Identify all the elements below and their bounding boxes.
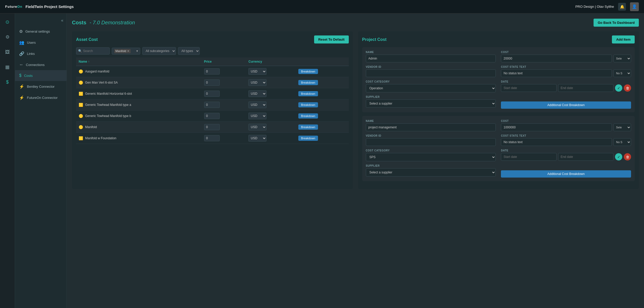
asset-cost-panel: Asset Cost Reset To Default 🔍 Manifold ✕ — [72, 31, 353, 189]
avatar[interactable]: 👤 — [630, 2, 639, 11]
supplier-label-1: SUPPLIER — [366, 164, 496, 167]
price-input-1[interactable] — [204, 79, 220, 86]
name-field-group-1: NAME — [366, 120, 496, 131]
price-input-6[interactable] — [204, 135, 220, 141]
sidebar-item-users[interactable]: 👥 Users — [15, 37, 66, 48]
price-input-4[interactable] — [204, 113, 220, 119]
supplier-select-0[interactable]: Select a supplier — [366, 99, 496, 108]
sidebar-item-bentley-connector[interactable]: ⚡ Bentley Connector — [15, 81, 66, 92]
sidebar-item-label: Connections — [26, 63, 45, 67]
sidebar-item-links[interactable]: 🔗 Links — [15, 48, 66, 59]
asset-name-cell: 🟡 Manifold — [76, 122, 202, 133]
vendor-input-0[interactable] — [366, 69, 496, 77]
subcategory-filter[interactable]: All subcategories — [142, 47, 176, 55]
price-cell — [202, 111, 246, 122]
category-select-1[interactable]: SPS Operation SPS CAPEX — [366, 153, 496, 161]
date-label-1: DATE — [501, 149, 631, 152]
asset-name-cell: 🟡 Aasgard manifold — [76, 66, 202, 77]
currency-select-3[interactable]: USD EUR GBP — [248, 101, 267, 108]
users-icon: 👥 — [19, 40, 24, 45]
sidebar-item-costs[interactable]: $ Costs — [15, 70, 66, 81]
sidebar-item-label: General settings — [25, 30, 50, 33]
vendor-input-1[interactable] — [366, 138, 496, 146]
filter-tag: Manifold ✕ — [114, 49, 131, 53]
cost-state-select-1[interactable]: No S — [613, 138, 631, 146]
sidebar-item-futureon-connector[interactable]: ⚡ FutureOn Connector — [15, 92, 66, 103]
category-select-0[interactable]: Operation Operation SPS CAPEX — [366, 84, 496, 92]
tag-remove-icon[interactable]: ✕ — [127, 49, 129, 53]
price-input-3[interactable] — [204, 102, 220, 108]
breakdown-button-2[interactable]: Breakdown — [298, 91, 318, 96]
date-field-group-1: DATE ✓ 🗑 — [501, 149, 631, 161]
sidebar-icon-settings[interactable]: ⚙ — [3, 33, 12, 41]
cost-input-1[interactable] — [501, 123, 612, 131]
asset-name-cell: 🟨 Generic Towhead Manifold type a — [76, 99, 202, 111]
breakdown-button-4[interactable]: Breakdown — [298, 113, 318, 119]
end-date-input-1[interactable] — [558, 153, 613, 161]
connections-icon: ↔ — [19, 62, 23, 67]
cost-state-label-0: COST STATE TEXT — [501, 65, 631, 68]
cost-state-input-1[interactable] — [501, 138, 612, 146]
sidebar-icon-image[interactable]: 🖼 — [3, 48, 12, 56]
main-layout: ⊙ ⚙ 🖼 ▦ $ « ⚙ General settings 👥 Users 🔗… — [0, 13, 644, 308]
asset-icon-6: 🟨 — [79, 136, 83, 140]
currency-select-2[interactable]: USD EUR GBP — [248, 90, 267, 97]
col-currency: Currency — [246, 57, 296, 66]
sidebar-icon-dashboard[interactable]: ⊙ — [3, 18, 12, 26]
category-tag-select[interactable]: Manifold ✕ ▾ — [112, 48, 140, 55]
price-input-2[interactable] — [204, 91, 220, 97]
additional-cost-group-1: - Additional Cost Breakdown — [501, 164, 631, 178]
breakdown-button-3[interactable]: Breakdown — [298, 102, 318, 107]
content-grid: Asset Cost Reset To Default 🔍 Manifold ✕ — [72, 31, 639, 189]
additional-cost-button-1[interactable]: Additional Cost Breakdown — [501, 170, 631, 178]
sidebar-nav: « ⚙ General settings 👥 Users 🔗 Links ↔ C… — [15, 13, 67, 308]
name-input-1[interactable] — [366, 123, 496, 131]
sidebar-item-connections[interactable]: ↔ Connections — [15, 59, 66, 70]
content-area: Costs - 7.0 Demonstration Go Back To Das… — [67, 13, 644, 308]
save-cost-button-0[interactable]: ✓ — [615, 84, 622, 92]
sidebar-item-general-settings[interactable]: ⚙ General settings — [15, 26, 66, 37]
additional-cost-button-0[interactable]: Additional Cost Breakdown — [501, 101, 631, 109]
col-name[interactable]: Name — [76, 57, 202, 66]
filter-row: 🔍 Manifold ✕ ▾ All subcategories — [76, 47, 349, 55]
cost-unit-select-1[interactable]: Sele — [613, 123, 631, 131]
add-item-button[interactable]: Add Item — [612, 35, 635, 43]
date-label-0: DATE — [501, 80, 631, 83]
price-input-0[interactable] — [204, 68, 220, 75]
sidebar-item-label: Users — [27, 41, 36, 45]
cost-unit-select-0[interactable]: Sele — [613, 55, 631, 62]
currency-select-0[interactable]: USD EUR GBP — [248, 68, 267, 75]
breakdown-button-0[interactable]: Breakdown — [298, 69, 318, 74]
breakdown-button-5[interactable]: Breakdown — [298, 124, 318, 130]
start-date-input-1[interactable] — [501, 153, 556, 161]
asset-name-label: Generic Manifold Horizontal 6-slot — [85, 92, 132, 96]
cost-input-0[interactable] — [501, 55, 612, 62]
collapse-btn[interactable]: « — [15, 16, 66, 26]
supplier-select-1[interactable]: Select a supplier — [366, 168, 496, 177]
currency-select-5[interactable]: USD EUR GBP — [248, 124, 267, 130]
name-input-0[interactable] — [366, 55, 496, 62]
user-info: PRO Design | Olav Sylthe — [575, 5, 614, 9]
currency-select-4[interactable]: USD EUR GBP — [248, 113, 267, 119]
cost-state-select-0[interactable]: No S — [613, 69, 631, 77]
category-label-1: COST CATEGORY — [366, 149, 496, 152]
sidebar-icon-layers[interactable]: ▦ — [3, 63, 12, 71]
search-wrap: 🔍 — [76, 47, 110, 55]
currency-select-6[interactable]: USD EUR GBP — [248, 135, 267, 142]
delete-cost-button-0[interactable]: 🗑 — [624, 84, 631, 92]
save-cost-button-1[interactable]: ✓ — [615, 153, 622, 160]
price-input-5[interactable] — [204, 124, 220, 130]
currency-select-1[interactable]: USD EUR GBP — [248, 79, 267, 86]
bell-icon[interactable]: 🔔 — [618, 3, 626, 11]
breakdown-button-1[interactable]: Breakdown — [298, 80, 318, 85]
type-filter[interactable]: All types — [178, 47, 200, 55]
reset-to-default-button[interactable]: Reset To Default — [314, 35, 349, 43]
table-row: 🟡 Aasgard manifold USD EUR GBP Breakdown — [76, 66, 349, 77]
end-date-input-0[interactable] — [558, 84, 613, 92]
cost-state-input-0[interactable] — [501, 69, 612, 77]
sidebar-icon-currency[interactable]: $ — [3, 78, 12, 86]
breakdown-button-6[interactable]: Breakdown — [298, 136, 318, 141]
start-date-input-0[interactable] — [501, 84, 556, 92]
delete-cost-button-1[interactable]: 🗑 — [624, 153, 631, 160]
back-to-dashboard-button[interactable]: Go Back To Dashboard — [594, 19, 639, 27]
